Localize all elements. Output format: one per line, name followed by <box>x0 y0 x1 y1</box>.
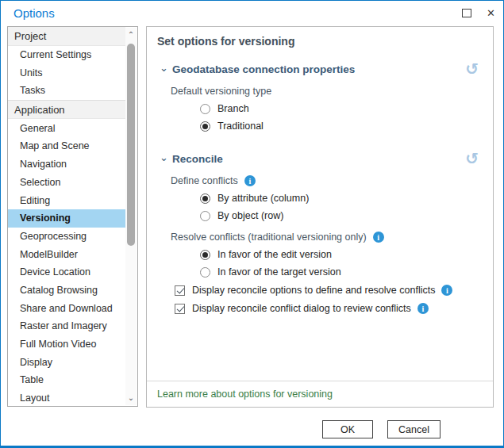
checkbox-display-reconcile-dialog[interactable]: Display reconcile conflict dialog to rev… <box>175 303 483 314</box>
group-header-project: Project <box>8 27 125 46</box>
field-label-define-conflicts: Define conflicts i <box>171 175 483 186</box>
scrollbar-thumb[interactable] <box>127 44 135 246</box>
learn-more-link[interactable]: Learn more about options for versioning <box>157 389 333 400</box>
scroll-up-icon[interactable]: ⌃ <box>125 29 137 40</box>
sidebar-item-layout[interactable]: Layout <box>8 389 125 407</box>
cancel-button[interactable]: Cancel <box>387 420 441 438</box>
radio-unchecked-icon[interactable] <box>200 104 210 114</box>
radio-by-attribute[interactable]: By attribute (column) <box>200 193 483 204</box>
settings-content: Set options for versioning ⌄ Geodatabase… <box>147 27 493 381</box>
sidebar-scrollbar[interactable]: ⌃ ⌄ <box>125 28 137 405</box>
sidebar-item-share-and-download[interactable]: Share and Download <box>8 299 125 317</box>
panel-footer: Learn more about options for versioning <box>147 381 493 407</box>
checkbox-display-reconcile-options[interactable]: Display reconcile options to define and … <box>175 285 483 296</box>
checkbox-checked-icon[interactable] <box>175 304 185 314</box>
sidebar-item-current-settings[interactable]: Current Settings <box>8 46 125 64</box>
info-icon[interactable]: i <box>417 303 429 314</box>
sidebar-item-catalog-browsing[interactable]: Catalog Browsing <box>8 281 125 300</box>
sidebar-item-selection[interactable]: Selection <box>8 174 125 192</box>
dialog-title: Options <box>13 6 55 20</box>
radio-favor-edit-version[interactable]: In favor of the edit version <box>200 249 483 260</box>
info-icon[interactable]: i <box>373 232 384 243</box>
radio-traditional[interactable]: Traditional <box>200 121 483 132</box>
field-label-default-versioning-type: Default versioning type <box>171 86 483 97</box>
sidebar-item-modelbuilder[interactable]: ModelBuilder <box>8 245 125 263</box>
titlebar: Options ✕ <box>1 1 503 25</box>
reset-section-button[interactable]: ↺ <box>465 152 479 165</box>
sidebar-item-raster-and-imagery[interactable]: Raster and Imagery <box>8 317 125 335</box>
maximize-button[interactable] <box>454 1 479 25</box>
section-header-reconcile[interactable]: ⌄ Reconcile ↺ <box>157 152 483 165</box>
radio-favor-target-version[interactable]: In favor of the target version <box>200 266 483 278</box>
reset-section-button[interactable]: ↺ <box>465 63 479 75</box>
sidebar-item-device-location[interactable]: Device Location <box>8 263 125 281</box>
info-icon[interactable]: i <box>441 285 452 296</box>
settings-panel: Set options for versioning ⌄ Geodatabase… <box>146 26 494 408</box>
sidebar-item-general[interactable]: General <box>8 119 125 137</box>
sidebar-item-tasks[interactable]: Tasks <box>8 82 125 100</box>
options-dialog: Options ✕ Project Current Settings Units… <box>0 0 504 448</box>
sidebar-item-display[interactable]: Display <box>8 353 125 371</box>
field-label-resolve-conflicts: Resolve conflicts (traditional versionin… <box>171 232 483 243</box>
radio-unchecked-icon[interactable] <box>200 267 210 278</box>
scroll-down-icon[interactable]: ⌄ <box>125 392 137 404</box>
radio-checked-icon[interactable] <box>200 121 210 132</box>
radio-unchecked-icon[interactable] <box>200 211 210 221</box>
chevron-down-icon: ⌄ <box>160 62 168 74</box>
chevron-down-icon: ⌄ <box>160 151 168 163</box>
sidebar-item-full-motion-video[interactable]: Full Motion Video <box>8 335 125 354</box>
radio-checked-icon[interactable] <box>200 193 210 204</box>
category-rows: Project Current Settings Units Tasks App… <box>8 27 125 406</box>
window-buttons: ✕ <box>454 1 503 25</box>
sidebar-item-versioning[interactable]: Versioning <box>8 209 125 228</box>
sidebar-item-map-and-scene[interactable]: Map and Scene <box>8 137 125 155</box>
radio-by-object[interactable]: By object (row) <box>200 210 483 221</box>
sidebar-item-navigation[interactable]: Navigation <box>8 155 125 174</box>
sidebar-item-geoprocessing[interactable]: Geoprocessing <box>8 228 125 246</box>
options-category-list: Project Current Settings Units Tasks App… <box>7 26 138 407</box>
section-header-geodatabase-connection[interactable]: ⌄ Geodatabase connection properties ↺ <box>157 63 483 75</box>
checkbox-checked-icon[interactable] <box>175 285 185 296</box>
sidebar-item-editing[interactable]: Editing <box>8 191 125 209</box>
close-button[interactable]: ✕ <box>479 1 503 25</box>
close-icon: ✕ <box>487 7 495 19</box>
ok-button[interactable]: OK <box>322 420 373 438</box>
maximize-icon <box>462 9 471 17</box>
sidebar-item-table[interactable]: Table <box>8 371 125 389</box>
info-icon[interactable]: i <box>244 175 256 186</box>
radio-branch[interactable]: Branch <box>200 103 483 114</box>
sidebar-item-units[interactable]: Units <box>8 63 125 82</box>
radio-checked-icon[interactable] <box>200 250 210 260</box>
group-header-application: Application <box>8 100 125 120</box>
page-title: Set options for versioning <box>157 35 483 48</box>
